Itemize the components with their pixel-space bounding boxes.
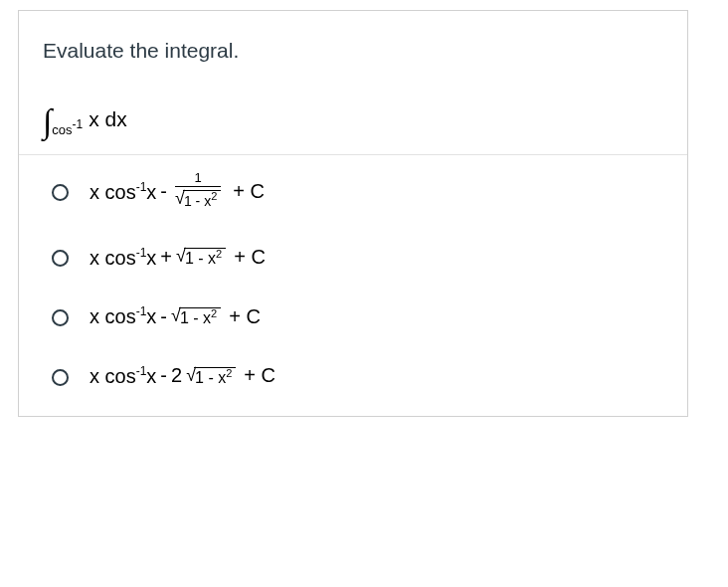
- plus-c: + C: [244, 364, 275, 387]
- prefix: x cos: [90, 246, 136, 268]
- numerator: 1: [195, 171, 202, 186]
- plus-c: + C: [229, 305, 261, 328]
- question-prompt: Evaluate the integral.: [43, 39, 663, 63]
- sqrt: √ 1 - x2: [175, 189, 221, 208]
- answer-option-1[interactable]: x cos-1x - 1 √ 1 - x2 + C: [19, 155, 687, 228]
- radicand-base: 1 - x: [180, 309, 211, 326]
- question-container: Evaluate the integral. ∫ cos-1 x dx x co…: [18, 10, 688, 417]
- radicand-base: 1 - x: [184, 193, 211, 209]
- radicand-base: 1 - x: [195, 369, 226, 386]
- coef: 2: [171, 364, 182, 387]
- radio-option-2[interactable]: [52, 250, 69, 267]
- radical-icon: √: [186, 366, 196, 384]
- radicand: 1 - x2: [179, 307, 221, 326]
- operator: -: [160, 364, 167, 387]
- prompt-area: Evaluate the integral. ∫ cos-1 x dx: [19, 11, 687, 154]
- after-prefix: x: [146, 246, 156, 268]
- xcos-term: x cos-1x: [90, 246, 156, 270]
- radicand: 1 - x2: [183, 190, 221, 208]
- plus-c: + C: [233, 180, 265, 203]
- sqrt: √ 1 - x2: [171, 306, 221, 326]
- cos-text: cos: [52, 122, 72, 137]
- radicand-exp: 2: [211, 307, 217, 319]
- integral-symbol: ∫: [43, 104, 52, 138]
- fraction: 1 √ 1 - x2: [175, 171, 221, 208]
- prefix: x cos: [90, 180, 136, 202]
- integral-subscript: cos-1: [52, 122, 83, 137]
- option-1-expression: x cos-1x - 1 √ 1 - x2 + C: [90, 173, 265, 210]
- answer-option-3[interactable]: x cos-1x - √ 1 - x2 + C: [19, 287, 687, 346]
- radicand: 1 - x2: [184, 248, 226, 267]
- after-prefix: x: [146, 365, 156, 387]
- option-4-expression: x cos-1x - 2 √ 1 - x2 + C: [90, 364, 275, 388]
- plus-c: + C: [234, 246, 266, 269]
- radicand-exp: 2: [216, 248, 222, 260]
- integral-expression: ∫ cos-1 x dx: [43, 102, 663, 136]
- radio-option-3[interactable]: [52, 309, 69, 326]
- after-prefix: x: [146, 180, 156, 202]
- radio-option-1[interactable]: [52, 184, 69, 201]
- option-2-expression: x cos-1x + √ 1 - x2 + C: [90, 246, 266, 270]
- exp: -1: [136, 246, 147, 260]
- exp: -1: [136, 304, 147, 318]
- answer-option-4[interactable]: x cos-1x - 2 √ 1 - x2 + C: [19, 346, 687, 406]
- sqrt: √ 1 - x2: [176, 247, 226, 267]
- operator: -: [160, 305, 167, 328]
- operator: +: [160, 246, 172, 269]
- radio-option-4[interactable]: [52, 369, 69, 386]
- radicand-exp: 2: [211, 190, 217, 202]
- option-3-expression: x cos-1x - √ 1 - x2 + C: [90, 304, 261, 328]
- prefix: x cos: [90, 365, 136, 387]
- xcos-term: x cos-1x: [90, 304, 156, 328]
- radical-icon: √: [171, 306, 181, 324]
- exp: -1: [136, 180, 147, 194]
- prefix: x cos: [90, 305, 136, 327]
- exp: -1: [136, 364, 147, 378]
- answer-option-2[interactable]: x cos-1x + √ 1 - x2 + C: [19, 228, 687, 288]
- radical-icon: √: [176, 247, 186, 265]
- xcos-term: x cos-1x: [90, 364, 156, 388]
- radicand-exp: 2: [226, 367, 232, 379]
- denominator: √ 1 - x2: [175, 186, 221, 208]
- sqrt: √ 1 - x2: [186, 366, 236, 386]
- integrand-tail: x dx: [89, 107, 127, 131]
- operator: -: [160, 180, 167, 203]
- radical-icon: √: [175, 189, 185, 207]
- cos-exp: -1: [73, 117, 84, 131]
- radicand-base: 1 - x: [185, 251, 216, 268]
- after-prefix: x: [146, 305, 156, 327]
- xcos-term: x cos-1x: [90, 180, 156, 204]
- radicand: 1 - x2: [194, 367, 236, 386]
